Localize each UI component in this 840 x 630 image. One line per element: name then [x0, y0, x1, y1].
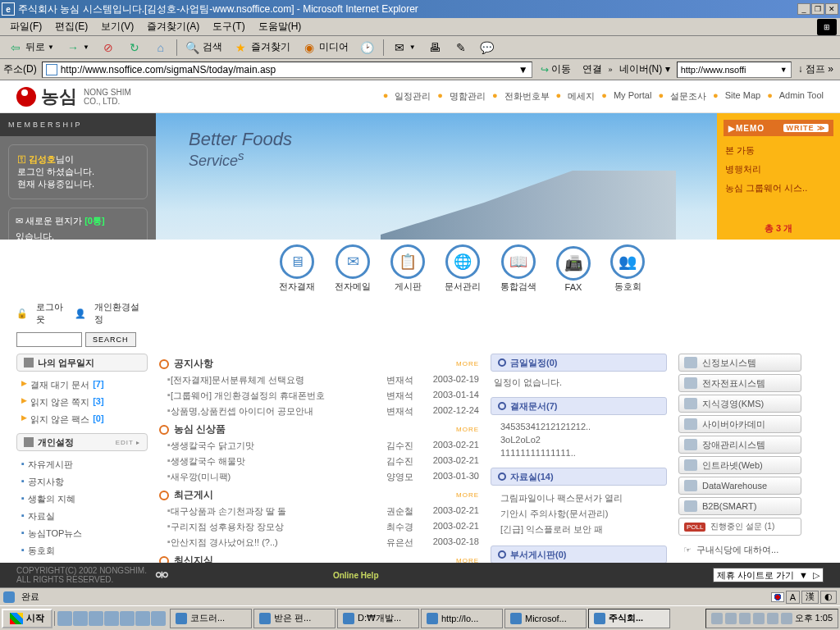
affiliate-select[interactable]: 제휴 사이트로 가기▼▷: [713, 568, 824, 582]
list-item[interactable]: ▶결재 대기 문서 [7]: [20, 377, 144, 394]
menu-file[interactable]: 파일(F): [3, 18, 48, 35]
nav-survey[interactable]: 설문조사: [670, 90, 706, 103]
links-expand-icon[interactable]: »: [609, 66, 613, 74]
cat-fax[interactable]: 📠FAX: [556, 246, 591, 292]
sys-link[interactable]: DataWarehouse: [678, 477, 801, 495]
memo-write-button[interactable]: WRITE ≫: [783, 124, 829, 132]
board-row[interactable]: ▪ 구리지점 성후용차장 장모상최수경2003-02-21: [159, 519, 479, 535]
board-row[interactable]: ▪ [전자결재]문서분류체계 선택요령변재석2003-02-19: [159, 372, 479, 388]
list-item[interactable]: ▪자료실: [20, 508, 144, 525]
task-button[interactable]: 코드러...: [170, 609, 252, 628]
sys-link[interactable]: 사이버아카데미: [678, 415, 801, 433]
list-item[interactable]: ▶읽지 않은 팩스 [0]: [20, 411, 144, 428]
list-item[interactable]: ▪농심TOP뉴스: [20, 525, 144, 542]
ql-icon[interactable]: [57, 611, 72, 626]
more-link[interactable]: MORE: [456, 360, 479, 368]
task-button[interactable]: 받은 편...: [253, 609, 336, 628]
lang-hanja-button[interactable]: 漢: [801, 591, 819, 604]
ql-icon[interactable]: [73, 611, 88, 626]
tray-icon[interactable]: [753, 613, 765, 624]
ql-icon[interactable]: [120, 611, 135, 626]
nav-phonebook[interactable]: 전화번호부: [504, 90, 550, 103]
ql-icon[interactable]: [89, 611, 103, 626]
board-row[interactable]: ▪ 대구상품과 손기천과장 딸 돌권순철2003-02-21: [159, 504, 479, 519]
start-button[interactable]: 시작: [2, 609, 52, 628]
logo[interactable]: 농심 NONG SHIMCO., LTD.: [16, 84, 131, 109]
search-input[interactable]: [16, 332, 82, 347]
list-item[interactable]: 기안시 주의사항(문서관리): [494, 506, 664, 522]
sys-link[interactable]: 신정보시스템: [678, 354, 801, 372]
home-button[interactable]: ⌂: [148, 39, 173, 57]
list-item[interactable]: 그림파일이나 팩스문서가 열리: [494, 491, 664, 506]
board-row[interactable]: ▪ 상품명,상품컨셉 아이디어 공모안내변재석2002-12-24: [159, 404, 479, 419]
cat-email[interactable]: ✉전자메일: [335, 244, 371, 293]
go-button[interactable]: ↪이동: [536, 61, 576, 78]
refresh-button[interactable]: ↻: [122, 39, 147, 57]
search-button[interactable]: 🔍검색: [180, 39, 227, 57]
nav-myportal[interactable]: My Portal: [614, 90, 651, 103]
list-item[interactable]: 11111111111111..: [494, 446, 664, 459]
memo-item[interactable]: 본 가동: [724, 141, 833, 160]
tray-icon[interactable]: [711, 613, 723, 624]
list-item[interactable]: [긴급] 익스플로러 보안 패: [494, 522, 664, 537]
board-row[interactable]: ▪ [그룹웨어] 개인환경설정의 휴대폰번호변재석2003-01-14: [159, 388, 479, 404]
search-button[interactable]: SEARCH: [85, 332, 136, 347]
sys-link[interactable]: B2B(SMART): [678, 497, 801, 515]
address-input-wrap[interactable]: ▼: [42, 62, 532, 78]
task-button[interactable]: Microsof...: [504, 609, 587, 628]
board-row[interactable]: ▪ 새우깡(미니팩)양영모2003-01-30: [159, 469, 479, 485]
tray-icon[interactable]: [781, 613, 792, 624]
stop-button[interactable]: ⊘: [96, 39, 121, 57]
back-button[interactable]: ⇦뒤로▼: [3, 39, 59, 57]
sys-link[interactable]: 장애관리시스템: [678, 436, 801, 454]
board-row[interactable]: ▪ 생생칼국수 해물맛김수진2003-02-21: [159, 454, 479, 469]
task-button-active[interactable]: 주식회...: [588, 609, 670, 628]
media-button[interactable]: ◉미디어: [297, 39, 354, 57]
task-button[interactable]: http://lo...: [421, 609, 503, 628]
nav-admin[interactable]: Admin Tool: [779, 90, 824, 103]
list-item[interactable]: ▶읽지 않은 쪽지 [3]: [20, 394, 144, 411]
secondary-url-input[interactable]: http://www.nsoffi▼: [677, 62, 792, 78]
edit-button[interactable]: ✎: [449, 39, 473, 57]
cat-approval[interactable]: 🖥전자결재: [279, 244, 315, 293]
lang-a-button[interactable]: A: [786, 591, 800, 604]
menu-tools[interactable]: 도구(T): [206, 18, 251, 35]
tray-icon[interactable]: [767, 613, 778, 624]
nav-sitemap[interactable]: Site Map: [725, 90, 760, 103]
list-item[interactable]: ▪공지사항: [20, 473, 144, 491]
sys-link[interactable]: 인트라넷(Web): [678, 456, 801, 474]
menu-view[interactable]: 보기(V): [94, 18, 140, 35]
edit-link[interactable]: EDIT ▸: [116, 439, 140, 446]
cat-doc[interactable]: 🌐문서관리: [445, 244, 481, 293]
close-button[interactable]: ✕: [825, 3, 838, 15]
more-link[interactable]: MORE: [456, 491, 479, 499]
forward-button[interactable]: →▼: [61, 39, 94, 57]
ql-icon[interactable]: [151, 611, 166, 626]
list-item[interactable]: ▪생활의 지혜: [20, 491, 144, 508]
clock[interactable]: 오후 1:05: [795, 612, 833, 624]
memo-item[interactable]: 병행처리: [724, 160, 833, 179]
jump-label[interactable]: ↓ 점프 »: [795, 62, 837, 76]
sys-link[interactable]: 지식경영(KMS): [678, 395, 801, 413]
menu-edit[interactable]: 편집(E): [48, 18, 94, 35]
restore-button[interactable]: ❐: [811, 3, 824, 15]
minimize-button[interactable]: _: [797, 3, 810, 15]
chevron-down-icon[interactable]: ▼: [518, 64, 528, 75]
env-settings-link[interactable]: 개인환경설정: [94, 301, 139, 326]
tray-icon[interactable]: [739, 613, 751, 624]
nav-schedule[interactable]: 일정관리: [395, 90, 431, 103]
list-item[interactable]: 34535341212121212..: [494, 420, 664, 433]
ime-button[interactable]: ◐: [820, 591, 837, 604]
url-input[interactable]: [61, 64, 515, 75]
logout-link[interactable]: 로그아웃: [36, 301, 66, 326]
discuss-button[interactable]: 💬: [475, 39, 500, 57]
mail-button[interactable]: ✉▼: [387, 39, 421, 57]
survey-link[interactable]: ☞구내식당에 대하여...: [678, 541, 801, 559]
menu-help[interactable]: 도움말(H): [252, 18, 308, 35]
board-row[interactable]: ▪ 생생칼국수 닭고기맛김수진2003-02-21: [159, 438, 479, 454]
cat-board[interactable]: 📋게시판: [390, 244, 425, 293]
tray-icon[interactable]: [725, 613, 737, 624]
list-item[interactable]: 3oL2oLo2: [494, 433, 664, 446]
list-item[interactable]: ▪자유게시판: [20, 456, 144, 473]
cat-search[interactable]: 📖통합검색: [500, 244, 536, 293]
